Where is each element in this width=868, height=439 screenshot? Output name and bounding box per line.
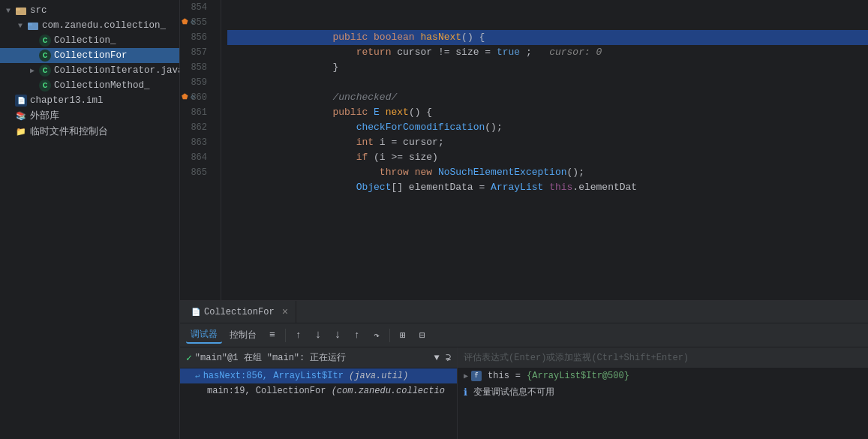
btn-step-up[interactable]: ↑ [349, 327, 365, 344]
sidebar-item-src-label: src [30, 5, 47, 16]
filter-icon[interactable]: ⊋ [446, 352, 451, 363]
filter-button[interactable]: ▼ [434, 353, 440, 363]
sidebar-item-temp[interactable]: 📁 临时文件和控制台 [0, 124, 179, 140]
thread-check-icon: ✓ [186, 352, 192, 364]
breakpoint-860[interactable]: ⬟ [182, 90, 188, 105]
variables-panel: ▶ f this = {ArrayList$Itr@500} ℹ 变量调试信息不… [458, 347, 868, 439]
class-icon-collection: C [39, 35, 51, 47]
debug-toolbar: 调试器 控制台 ≡ ↑ ↓ ↓ ↑ ↷ ⊞ ⊟ [180, 323, 868, 347]
code-line-859: /unchecked/ [227, 75, 868, 90]
var-item-this[interactable]: ▶ f this = {ArrayList$Itr@500} [458, 368, 868, 383]
ln-861: 861 [180, 105, 213, 120]
ln-862: 862 [180, 120, 213, 135]
arrow-src: ▼ [6, 7, 15, 15]
thread-header: ✓ "main"@1 在组 "main": 正在运行 ▼ ⊋ [180, 347, 457, 368]
btn-list-view[interactable]: ≡ [264, 327, 281, 344]
btn-layout[interactable]: ⊟ [414, 327, 431, 344]
tab-close[interactable]: × [282, 306, 288, 318]
code-line-854 [227, 0, 868, 15]
svg-rect-3 [28, 23, 32, 26]
class-icon-collectionfor: C [39, 50, 51, 62]
lib-icon: 📚 [15, 110, 27, 122]
svg-rect-1 [16, 8, 20, 11]
tab-collectionfor[interactable]: 📄 CollectionFor × [183, 301, 296, 323]
arrow-iterator: ▶ [30, 66, 39, 75]
sidebar-iterator-label: CollectionIterator.java [54, 65, 180, 76]
sidebar-item-collectionfor[interactable]: C CollectionFor [0, 48, 179, 63]
sidebar-item-iml[interactable]: 📄 chapter13.iml [0, 93, 179, 108]
bookmark-860[interactable]: ◇ [191, 90, 195, 105]
ln-857: 857 [180, 45, 213, 60]
separator-1 [285, 329, 286, 342]
sidebar-collection-label: Collection_ [54, 35, 116, 46]
sidebar-item-iterator[interactable]: ▶ C CollectionIterator.java [0, 63, 179, 78]
editor-area: 854 ⬟ ◇ 855 856 857 858 859 [180, 0, 868, 439]
stack-method-hasnext: hasNext:856, ArrayList$Itr (java.util) [203, 371, 409, 381]
code-area[interactable]: public boolean hasNext() { return cursor… [221, 0, 868, 300]
thread-name-label: "main"@1 在组 "main": 正在运行 [195, 351, 347, 364]
stack-method-main: main:19, CollectionFor (com.zanedu.colle… [207, 386, 445, 396]
tab-console[interactable]: 控制台 [225, 327, 261, 344]
sidebar-collectionfor-label: CollectionFor [54, 50, 128, 61]
var-header [458, 347, 868, 368]
temp-icon: 📁 [15, 126, 27, 138]
bookmark-855[interactable]: ◇ [191, 15, 195, 30]
bottom-panel: 📄 CollectionFor × 调试器 控制台 ≡ ↑ ↓ ↓ ↑ ↷ ⊞ … [180, 300, 868, 439]
btn-run-to[interactable]: ↷ [368, 327, 385, 344]
tab-label: CollectionFor [204, 307, 275, 317]
sidebar-item-collection[interactable]: C Collection_ [0, 33, 179, 48]
class-icon-method: C [39, 80, 51, 92]
btn-step-over-back[interactable]: ↑ [290, 327, 307, 344]
arrow-package: ▼ [18, 22, 27, 30]
code-line-855: public boolean hasNext() { [227, 15, 868, 30]
folder-icon-src [15, 5, 27, 17]
ln-865: 865 [180, 165, 213, 180]
tab-debugger[interactable]: 调试器 [186, 327, 222, 344]
iml-icon: 📄 [15, 95, 27, 107]
main-area: ▼ src ▼ com.zanedu.collection_ [0, 0, 868, 439]
sidebar-item-extlib[interactable]: 📚 外部库 [0, 108, 179, 124]
var-item-info: ℹ 变量调试信息不可用 [458, 383, 868, 401]
ln-855: ⬟ ◇ 855 [180, 15, 213, 30]
editor-content: 854 ⬟ ◇ 855 856 857 858 859 [180, 0, 868, 300]
sidebar-item-method[interactable]: C CollectionMethod_ [0, 78, 179, 93]
sidebar-item-package[interactable]: ▼ com.zanedu.collection_ [0, 18, 179, 33]
sidebar-extlib-label: 外部库 [30, 110, 59, 122]
var-type-icon: f [471, 371, 482, 381]
ln-856: 856 [180, 30, 213, 45]
sidebar-iml-label: chapter13.iml [30, 95, 104, 106]
threads-panel: ✓ "main"@1 在组 "main": 正在运行 ▼ ⊋ ↩ hasNext… [180, 347, 458, 439]
btn-step-out[interactable]: ↓ [329, 327, 346, 344]
expression-input[interactable] [464, 353, 862, 363]
separator-2 [389, 329, 390, 342]
btn-step-into[interactable]: ↓ [310, 327, 326, 344]
stack-item-hasnext[interactable]: ↩ hasNext:856, ArrayList$Itr (java.util) [180, 368, 457, 383]
sidebar-item-src[interactable]: ▼ src [0, 3, 179, 18]
breakpoint-855[interactable]: ⬟ [182, 15, 188, 30]
ln-854: 854 [180, 0, 213, 15]
tab-file-icon: 📄 [191, 307, 201, 317]
ln-860: ⬟ ◇ 860 [180, 90, 213, 105]
sidebar-temp-label: 临时文件和控制台 [30, 125, 108, 138]
debug-content: ✓ "main"@1 在组 "main": 正在运行 ▼ ⊋ ↩ hasNext… [180, 347, 868, 439]
ln-864: 864 [180, 150, 213, 165]
line-numbers: 854 ⬟ ◇ 855 856 857 858 859 [180, 0, 221, 300]
stack-return-icon: ↩ [195, 371, 200, 381]
class-icon-iterator: C [39, 65, 51, 77]
sidebar-method-label: CollectionMethod_ [54, 80, 150, 91]
sidebar-package-label: com.zanedu.collection_ [42, 20, 166, 31]
ln-858: 858 [180, 60, 213, 75]
ln-863: 863 [180, 135, 213, 150]
info-icon: ℹ [464, 386, 467, 398]
info-label: 变量调试信息不可用 [473, 386, 554, 398]
stack-item-main[interactable]: main:19, CollectionFor (com.zanedu.colle… [180, 383, 457, 398]
btn-watches[interactable]: ⊞ [395, 327, 411, 344]
package-icon [27, 20, 39, 32]
tab-bar: 📄 CollectionFor × [180, 301, 868, 323]
sidebar: ▼ src ▼ com.zanedu.collection_ [0, 0, 180, 439]
expand-arrow-this[interactable]: ▶ [464, 371, 468, 380]
ln-859: 859 [180, 75, 213, 90]
